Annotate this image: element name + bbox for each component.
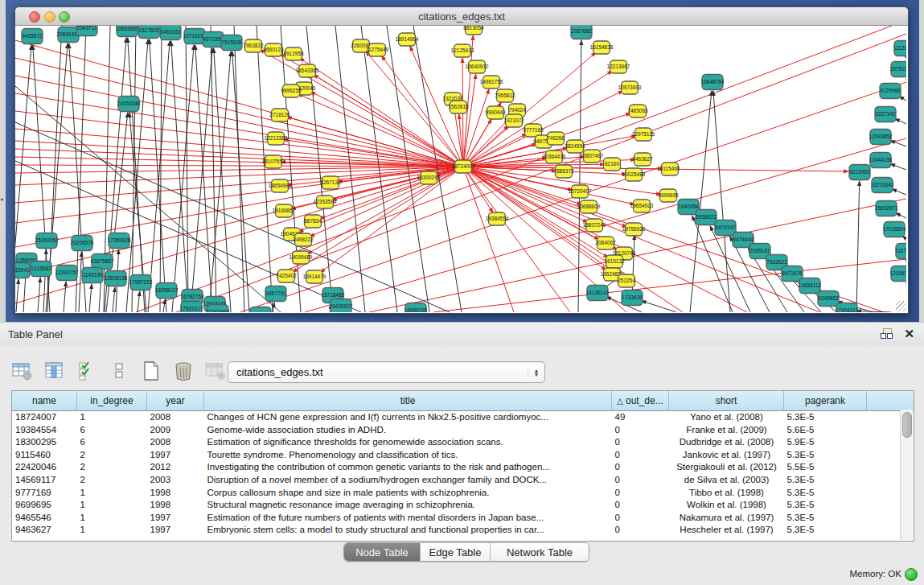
graph-node[interactable]: 18807249	[583, 219, 606, 232]
graph-node[interactable]: 6466160	[160, 26, 181, 40]
new-table-button[interactable]	[140, 360, 162, 382]
graph-node[interactable]: 18300295	[417, 171, 441, 184]
graph-node[interactable]: 9227342	[875, 107, 896, 122]
network-window[interactable]: citations_edges.txt 94355722069140620437…	[14, 6, 909, 314]
table-select-dropdown[interactable]: citations_edges.txt ▲▼	[228, 361, 545, 383]
graph-node[interactable]: 20053346	[117, 97, 141, 112]
table-settings-button[interactable]	[11, 360, 34, 382]
column-header-out_de[interactable]: △out_de...	[612, 391, 669, 411]
graph-node[interactable]: 12975115	[632, 128, 655, 141]
graph-node[interactable]: 16210643	[871, 178, 894, 193]
graph-node[interactable]: 7886372	[553, 165, 574, 178]
graph-hub-node[interactable]: 18724007	[452, 160, 475, 173]
graph-node[interactable]: 9660123	[263, 43, 284, 56]
delete-rows-button[interactable]	[172, 360, 195, 382]
graph-node[interactable]: 11121945	[893, 41, 906, 56]
graph-node[interactable]: 62160	[604, 158, 621, 171]
graph-node[interactable]: 3498222	[293, 233, 314, 246]
tab-node-table[interactable]: Node Table	[344, 543, 420, 561]
graph-node[interactable]: 14961758	[480, 76, 503, 89]
close-panel-icon[interactable]: ✕	[904, 328, 914, 340]
graph-node[interactable]: 17359928	[108, 233, 131, 249]
column-header-pagerank[interactable]: pagerank	[784, 391, 867, 411]
graph-node[interactable]: 14099489	[290, 251, 313, 264]
table-row[interactable]: 946362711997Embryonic stem cells: a mode…	[12, 524, 914, 537]
graph-node[interactable]: 12106773	[890, 266, 906, 282]
graph-node[interactable]: 9435572	[22, 29, 43, 44]
table-row[interactable]: 969969511998Structural magnetic resonanc…	[12, 499, 914, 512]
graph-node[interactable]: 17501017	[180, 302, 203, 313]
column-header-name[interactable]: name	[12, 391, 77, 411]
graph-node[interactable]: 3915941	[15, 263, 30, 278]
graph-node[interactable]: 2043711	[76, 26, 97, 36]
graph-node[interactable]: 19654923	[630, 200, 654, 212]
graph-node[interactable]: 9245652	[818, 291, 839, 307]
collapse-left-arrow-icon[interactable]: ◂	[0, 196, 3, 203]
graph-node[interactable]: 20439907	[330, 299, 353, 313]
graph-node[interactable]: 1921072	[503, 114, 524, 127]
graph-node[interactable]: 11275449	[366, 43, 389, 56]
graph-node[interactable]: 7485063	[627, 105, 648, 117]
graph-node[interactable]: 9896255	[281, 84, 302, 97]
window-resize-grip[interactable]	[896, 301, 906, 311]
scrollbar-thumb[interactable]	[902, 412, 912, 438]
graph-node[interactable]: 18107553	[262, 155, 285, 168]
graph-node[interactable]: 17957223	[129, 275, 153, 290]
graph-node[interactable]: 19384554	[486, 212, 509, 225]
graph-node[interactable]: 18654982	[269, 179, 292, 192]
table-vertical-scrollbar[interactable]	[900, 410, 913, 540]
graph-node[interactable]: 15692971	[875, 201, 898, 216]
graph-node[interactable]: 15751074	[890, 62, 906, 77]
graph-node[interactable]: 9463627	[632, 153, 653, 166]
select-all-rows-button[interactable]	[76, 360, 98, 382]
graph-node[interactable]: 10973493	[618, 81, 642, 94]
graph-node[interactable]: 252254	[618, 274, 635, 287]
graph-node[interactable]: 3824554	[565, 140, 585, 153]
graph-node[interactable]: 12213383	[265, 132, 288, 145]
table-row[interactable]: 1938455462009Genome-wide association stu…	[12, 424, 914, 437]
column-header-title[interactable]: title	[204, 391, 612, 411]
graph-node[interactable]: 7440536	[250, 307, 271, 313]
graph-node[interactable]: 8912958	[283, 47, 304, 60]
table-row[interactable]: 1872400712008Changes of HCN gene express…	[12, 411, 914, 424]
graph-node[interactable]: 10653287	[116, 26, 139, 37]
table-row[interactable]: 1830029562008Estimation of significance …	[12, 436, 914, 449]
unselect-all-rows-button[interactable]	[108, 360, 130, 382]
column-header-short[interactable]: short	[669, 391, 784, 411]
graph-node[interactable]: 18969195	[405, 303, 428, 313]
graph-node[interactable]: 9115460	[660, 163, 680, 175]
tab-network-table[interactable]: Network Table	[490, 543, 589, 561]
graph-node[interactable]: 4671358	[203, 32, 224, 47]
graph-node[interactable]: 7955812	[495, 89, 515, 102]
graph-node[interactable]: 25260050	[35, 233, 59, 249]
graph-node[interactable]: 8215953	[849, 165, 870, 180]
graph-node[interactable]: 7963822	[243, 39, 264, 52]
graph-node[interactable]: 1145190	[82, 268, 103, 283]
graph-node[interactable]: 2084067	[595, 237, 616, 249]
graph-node[interactable]: 16154838	[590, 41, 614, 54]
graph-node[interactable]: 11675330	[895, 244, 906, 259]
graph-node[interactable]: 746266	[547, 132, 565, 145]
table-row[interactable]: 911546021997Tourette syndrome. Phenomeno…	[12, 449, 914, 462]
graph-node[interactable]: 7425402	[276, 270, 297, 282]
graph-node[interactable]: 8813054	[463, 26, 484, 35]
graph-node[interactable]: 10688609	[577, 200, 601, 213]
graph-node[interactable]: 16914479	[303, 270, 326, 283]
table-row[interactable]: 946554611997Estimation of the future num…	[12, 512, 914, 525]
graph-node[interactable]: 12353594	[314, 196, 337, 208]
graph-node[interactable]: 18543365	[296, 64, 319, 77]
graph-node[interactable]: 14136141	[586, 286, 610, 301]
graph-node[interactable]: 19166857	[273, 204, 296, 217]
graph-node[interactable]: 1615132	[604, 255, 625, 268]
delete-table-button[interactable]	[204, 360, 227, 382]
graph-node[interactable]: 8471676	[782, 266, 803, 282]
graph-node[interactable]: 10654112	[799, 278, 822, 294]
graph-node[interactable]: 2718126	[269, 109, 290, 122]
graph-node[interactable]: 9457791	[265, 286, 286, 302]
graph-node[interactable]: 12093852	[869, 130, 893, 145]
graph-node[interactable]: 16648784	[701, 75, 725, 90]
graph-node[interactable]: 9990443	[485, 106, 506, 119]
graph-node[interactable]: 10807487	[581, 150, 604, 163]
graph-node[interactable]: 1562615	[448, 101, 469, 113]
column-header-in_degree[interactable]: in_degree	[77, 391, 147, 411]
